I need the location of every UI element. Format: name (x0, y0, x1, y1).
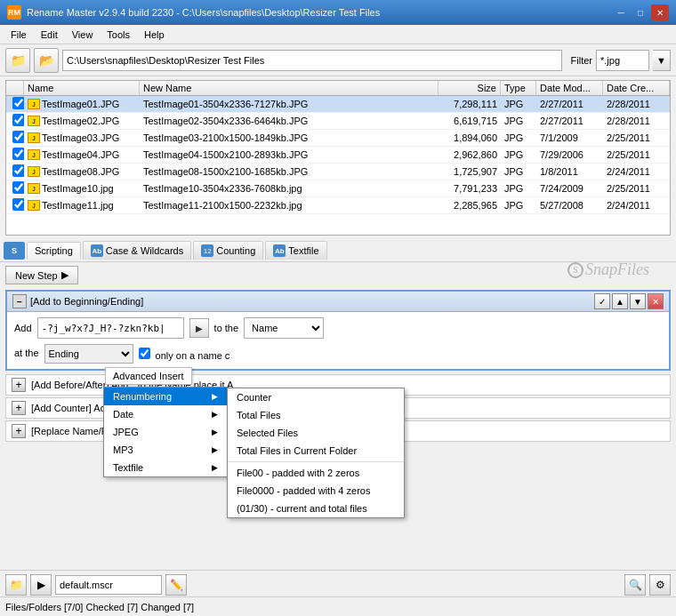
row-datecre: 2/24/2011 (603, 199, 670, 212)
play-button[interactable]: ▶ (189, 318, 209, 338)
tabs-row: S Scripting Ab Case & Wildcards 12 Count… (0, 239, 676, 262)
table-row[interactable]: J TestImage01.JPG TestImage01-3504x2336-… (6, 96, 670, 113)
name-select[interactable]: Name Extension Full Name (244, 317, 324, 339)
row-newname: TestImage04-1500x2100-2893kb.JPG (140, 148, 439, 161)
script-title: [Add to Beginning/Ending] (30, 296, 143, 307)
menu-view[interactable]: View (65, 28, 101, 42)
submenu-selected-files[interactable]: Selected Files (228, 424, 404, 442)
snapfiles-logo: S SnapFiles (567, 260, 649, 279)
file-rows: J TestImage01.JPG TestImage01-3504x2336-… (6, 96, 670, 214)
titlebar-left: RM Rename Master v2.9.4 build 2230 - C:\… (7, 5, 380, 20)
folder-small-button[interactable]: 📁 (5, 574, 27, 596)
minimize-button[interactable]: ─ (612, 4, 630, 20)
only-checkbox[interactable] (139, 348, 150, 359)
row-size: 1,725,907 (439, 165, 501, 178)
menu-help[interactable]: Help (137, 28, 172, 42)
row-name: J TestImage03.JPG (24, 132, 140, 144)
at-the-row: at the Ending Beginning only on a name c… (7, 344, 669, 369)
menu-jpeg[interactable]: JPEG ▶ (104, 423, 227, 441)
path-input[interactable] (62, 50, 562, 71)
header-datemod[interactable]: Date Mod... (536, 81, 603, 95)
header-size[interactable]: Size (439, 81, 501, 95)
header-newname[interactable]: New Name (140, 81, 439, 95)
script-filename-input[interactable] (55, 575, 162, 595)
position-select[interactable]: Ending Beginning (44, 344, 133, 364)
close-button[interactable]: ✕ (651, 4, 669, 20)
menu-textfile[interactable]: Textfile ▶ (104, 459, 227, 476)
row-checkbox[interactable] (12, 114, 24, 126)
table-row[interactable]: J TestImage02.JPG TestImage02-3504x2336-… (6, 113, 670, 130)
submenu-counter[interactable]: Counter (228, 388, 404, 406)
row-type: JPG (501, 148, 536, 161)
row-size: 6,619,715 (439, 115, 501, 127)
row-datecre: 2/25/2011 (603, 132, 670, 144)
file-list: Name New Name Size Type Date Mod... Date… (5, 80, 671, 236)
script-down-button[interactable]: ▼ (630, 293, 646, 309)
scripting-tab-icon: S (4, 242, 25, 260)
snapfiles-text: SnapFiles (585, 260, 649, 279)
submenu-file0000[interactable]: File0000 - padded with 4 zeros (228, 482, 404, 500)
row-newname: TestImage01-3504x2336-7127kb.JPG (140, 98, 439, 110)
list-item-replace-icon[interactable]: + (12, 424, 26, 438)
menu-mp3[interactable]: MP3 ▶ (104, 441, 227, 459)
list-item-counter-icon[interactable]: + (12, 401, 26, 415)
header-datecre[interactable]: Date Cre... (603, 81, 670, 95)
menu-renumbering[interactable]: Renumbering ▶ (104, 388, 227, 405)
step-row: New Step ▶ S SnapFiles (0, 262, 676, 288)
script-close-button[interactable]: ✕ (648, 293, 664, 309)
tab-scripting[interactable]: Scripting (27, 242, 81, 260)
script-up-button[interactable]: ▲ (612, 293, 628, 309)
submenu-total-folder[interactable]: Total Files in Current Folder (228, 442, 404, 460)
menu-edit[interactable]: Edit (34, 28, 65, 42)
table-row[interactable]: J TestImage03.JPG TestImage03-2100x1500-… (6, 130, 670, 147)
row-checkbox[interactable] (12, 97, 24, 109)
file-icon: J (28, 200, 40, 211)
settings-button[interactable]: ⚙ (649, 574, 671, 596)
menu-tools[interactable]: Tools (100, 28, 137, 42)
script-header-left: − [Add to Beginning/Ending] (12, 294, 143, 308)
submenu-file00[interactable]: File00 - padded with 2 zeros (228, 464, 404, 482)
new-step-button[interactable]: New Step ▶ (5, 266, 78, 284)
row-checkbox[interactable] (12, 198, 24, 211)
row-size: 7,298,111 (439, 98, 501, 110)
table-row[interactable]: J TestImage10.jpg TestImage10-3504x2336-… (6, 180, 670, 197)
filter-dropdown-button[interactable]: ▼ (653, 50, 671, 71)
filter-input[interactable] (596, 50, 649, 71)
advanced-insert-trigger[interactable]: Advanced Insert (105, 367, 192, 385)
menu-file[interactable]: File (4, 28, 34, 42)
maximize-button[interactable]: □ (632, 4, 649, 20)
row-checkbox[interactable] (12, 148, 24, 160)
collapse-button[interactable]: − (12, 294, 27, 308)
row-checkbox[interactable] (12, 131, 24, 143)
at-label: at the (14, 348, 39, 358)
list-item-add-icon[interactable]: + (12, 378, 26, 392)
table-row[interactable]: J TestImage11.jpg TestImage11-2100x1500-… (6, 197, 670, 214)
search-button[interactable]: 🔍 (624, 574, 646, 596)
tab-counting[interactable]: 12 Counting (193, 241, 263, 260)
folder-button[interactable]: 📂 (34, 48, 59, 73)
add-input[interactable] (37, 317, 184, 339)
folder-open-button[interactable]: 📁 (5, 48, 30, 73)
tab-textfile[interactable]: Ab Textfile (265, 241, 326, 260)
date-arrow: ▶ (212, 410, 218, 419)
row-checkbox[interactable] (12, 181, 24, 194)
menu-date[interactable]: Date ▶ (104, 405, 227, 423)
submenu-total-files[interactable]: Total Files (228, 406, 404, 424)
renumbering-submenu: Counter Total Files Selected Files Total… (227, 388, 405, 518)
row-type: JPG (501, 132, 536, 144)
submenu-current-total[interactable]: (01/30) - current and total files (228, 500, 404, 517)
script-check-button[interactable]: ✓ (594, 293, 610, 309)
pencil-button[interactable]: ✏️ (165, 574, 187, 596)
header-type[interactable]: Type (501, 81, 536, 95)
row-checkbox[interactable] (12, 164, 24, 177)
row-datecre: 2/25/2011 (603, 148, 670, 161)
table-row[interactable]: J TestImage04.JPG TestImage04-1500x2100-… (6, 147, 670, 164)
row-newname: TestImage02-3504x2336-6464kb.JPG (140, 115, 439, 127)
row-datemod: 7/24/2009 (536, 182, 603, 195)
header-name[interactable]: Name (24, 81, 140, 95)
table-row[interactable]: J TestImage08.JPG TestImage08-1500x2100-… (6, 164, 670, 180)
snapfiles-logo-circle: S (567, 262, 583, 278)
advanced-insert-dropdown: Renumbering ▶ Date ▶ JPEG ▶ MP3 ▶ (103, 387, 228, 477)
play-small-button[interactable]: ▶ (30, 574, 52, 596)
tab-case-wildcards[interactable]: Ab Case & Wildcards (83, 241, 191, 260)
